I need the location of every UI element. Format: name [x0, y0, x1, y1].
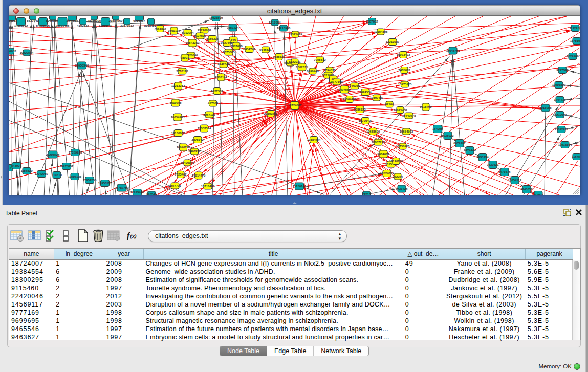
- svg-text:15716485: 15716485: [201, 185, 215, 188]
- svg-text:21364436: 21364436: [343, 98, 357, 101]
- svg-text:3498222: 3498222: [188, 150, 201, 153]
- svg-text:19654923: 19654923: [400, 130, 413, 133]
- svg-text:13524851: 13524851: [380, 172, 394, 175]
- svg-text:54235116: 54235116: [36, 24, 50, 27]
- svg-text:10920584: 10920584: [20, 51, 34, 54]
- svg-text:17359928: 17359928: [69, 151, 82, 154]
- svg-text:16648764: 16648764: [446, 49, 460, 52]
- svg-text:17016504: 17016504: [558, 143, 572, 146]
- svg-text:4192832: 4192832: [77, 24, 89, 27]
- svg-text:8471676: 8471676: [498, 170, 511, 173]
- svg-text:20053346: 20053346: [75, 64, 89, 67]
- svg-text:9474444: 9474444: [464, 149, 476, 152]
- svg-text:2367608: 2367608: [230, 45, 243, 48]
- svg-text:3875685: 3875685: [223, 51, 235, 54]
- svg-text:77213: 77213: [362, 193, 371, 195]
- svg-text:7357224: 7357224: [227, 26, 239, 29]
- svg-text:13325419: 13325419: [289, 33, 302, 36]
- svg-text:8454749: 8454749: [243, 48, 255, 51]
- svg-text:15136141: 15136141: [293, 185, 307, 188]
- svg-text:15692971: 15692971: [555, 128, 569, 131]
- svg-text:1156829: 1156829: [20, 169, 33, 172]
- svg-text:1244415: 1244415: [554, 98, 566, 101]
- svg-text:19384554: 19384554: [307, 138, 321, 141]
- svg-text:10958117: 10958117: [98, 182, 112, 185]
- svg-text:3878342: 3878342: [191, 138, 204, 141]
- svg-text:9227342: 9227342: [556, 69, 569, 72]
- svg-text:1112209: 1112209: [570, 27, 580, 30]
- svg-text:12213383: 12213383: [171, 84, 185, 87]
- svg-text:10973493: 10973493: [397, 53, 410, 56]
- svg-text:993341: 993341: [146, 193, 157, 195]
- svg-text:116753: 116753: [572, 155, 580, 158]
- svg-text:7663822: 7663822: [154, 27, 166, 30]
- svg-text:32871012: 32871012: [120, 24, 134, 27]
- svg-text:12213987: 12213987: [386, 40, 400, 43]
- svg-text:2935134: 2935134: [476, 156, 489, 159]
- svg-text:20206526: 20206526: [46, 153, 60, 156]
- svg-text:7955812: 7955812: [314, 58, 326, 61]
- svg-text:9084067: 9084067: [377, 152, 389, 156]
- svg-text:13953767: 13953767: [99, 24, 113, 27]
- svg-text:832001: 832001: [533, 193, 544, 195]
- svg-text:15449578: 15449578: [402, 114, 416, 117]
- svg-text:10688609: 10688609: [366, 130, 380, 133]
- svg-text:12942757: 12942757: [35, 172, 49, 176]
- svg-text:2718176: 2718176: [176, 70, 188, 73]
- svg-text:8215958: 8215958: [539, 106, 552, 110]
- svg-text:12505135: 12505135: [68, 175, 82, 178]
- svg-text:23226058: 23226058: [198, 29, 211, 32]
- svg-text:9242848: 9242848: [217, 63, 230, 66]
- svg-text:13975125: 13975125: [398, 83, 412, 86]
- svg-text:10807487: 10807487: [370, 96, 384, 99]
- svg-text:2626052: 2626052: [9, 50, 16, 53]
- svg-text:18724007: 18724007: [288, 104, 302, 107]
- svg-text:8813054: 8813054: [269, 21, 281, 24]
- svg-text:1647525: 1647525: [66, 19, 78, 23]
- svg-text:10154808: 10154808: [374, 30, 388, 33]
- svg-text:80184514: 80184514: [144, 24, 158, 27]
- svg-text:9657791: 9657791: [169, 184, 181, 187]
- svg-text:9329966: 9329966: [567, 55, 579, 58]
- svg-text:9127509: 9127509: [194, 34, 206, 37]
- svg-text:1362615: 1362615: [296, 65, 308, 69]
- svg-text:3624554: 3624554: [359, 91, 372, 94]
- svg-text:23884969: 23884969: [109, 19, 123, 23]
- svg-text:19166852: 19166852: [171, 132, 185, 135]
- svg-text:15720407: 15720407: [359, 119, 373, 122]
- svg-text:9777169: 9777169: [331, 80, 343, 83]
- svg-text:8912954: 8912954: [182, 31, 194, 34]
- svg-text:14055712: 14055712: [14, 24, 28, 27]
- svg-text:1588520: 1588520: [273, 55, 285, 58]
- svg-text:6479197: 6479197: [453, 142, 466, 145]
- svg-text:10543352: 10543352: [186, 41, 200, 45]
- svg-text:15751074: 15751074: [570, 39, 580, 42]
- svg-text:8122031: 8122031: [289, 60, 301, 63]
- svg-text:10046798: 10046798: [177, 146, 190, 149]
- svg-text:2803144: 2803144: [215, 76, 227, 79]
- svg-text:8637940: 8637940: [27, 19, 39, 23]
- svg-text:114519: 114519: [52, 173, 62, 177]
- svg-text:8267130: 8267130: [203, 113, 215, 116]
- svg-text:16782759: 16782759: [115, 186, 129, 189]
- svg-text:6497568: 6497568: [338, 88, 351, 91]
- svg-text:10654985: 10654985: [171, 116, 185, 119]
- svg-text:10025438: 10025438: [394, 108, 407, 112]
- svg-text:8186328: 8186328: [206, 37, 219, 40]
- svg-text:746266: 746266: [350, 84, 360, 87]
- svg-text:10756928: 10756928: [396, 145, 410, 148]
- svg-text:164095: 164095: [432, 127, 443, 130]
- svg-text:23300203: 23300203: [264, 112, 278, 115]
- svg-text:12923448: 12923448: [130, 191, 144, 194]
- svg-text:7485063: 7485063: [398, 69, 410, 72]
- svg-text:10975857: 10975857: [60, 165, 74, 168]
- svg-text:9245652: 9245652: [520, 188, 533, 191]
- svg-text:98901: 98901: [181, 56, 189, 59]
- svg-text:6794028: 6794028: [323, 69, 336, 72]
- svg-text:12353594: 12353594: [198, 127, 211, 130]
- svg-text:7625402: 7625402: [175, 173, 187, 176]
- svg-text:16210643: 16210643: [553, 113, 567, 116]
- svg-text:9115460: 9115460: [420, 105, 432, 108]
- svg-text:19218906: 19218906: [277, 27, 291, 30]
- svg-text:8427552: 8427552: [211, 90, 223, 93]
